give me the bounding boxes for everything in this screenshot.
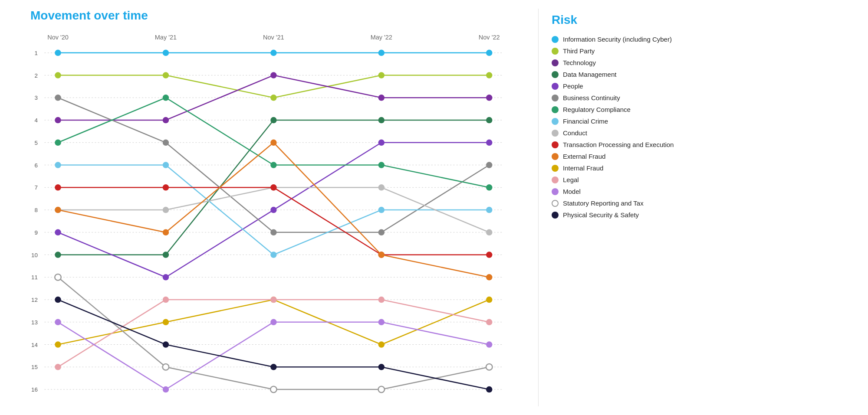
dot-people-2 — [270, 207, 276, 213]
legend-dot-7 — [552, 118, 559, 125]
dot-tp-2 — [270, 95, 276, 101]
chart-title: Movement over time — [13, 9, 525, 23]
dot-sr-1 — [163, 364, 169, 370]
x-label-3: May '22 — [371, 34, 392, 41]
legend-label-11: Internal Fraud — [563, 164, 603, 172]
legend-area: Risk Information Security (including Cyb… — [552, 9, 868, 406]
legend-item-13: Model — [552, 186, 868, 197]
legend-item-3: Data Management — [552, 69, 868, 80]
legend-label-12: Legal — [563, 176, 579, 183]
legend-label-15: Physical Security & Safety — [563, 211, 639, 219]
dot-ps-1 — [163, 341, 169, 347]
main-chart: Nov '20 May '21 Nov '21 May '22 Nov '22 … — [13, 29, 525, 415]
line-stat-reporting — [58, 277, 490, 389]
dot-ef-3 — [378, 252, 385, 258]
legend-dot-5 — [552, 95, 559, 101]
legend-items: Information Security (including Cyber)Th… — [552, 34, 868, 220]
svg-text:10: 10 — [31, 252, 38, 258]
legend-label-6: Regulatory Compliance — [563, 106, 631, 113]
legend-label-7: Financial Crime — [563, 118, 608, 125]
dot-rc-3 — [378, 162, 385, 168]
dot-tp-4 — [486, 72, 492, 78]
legend-dot-10 — [552, 153, 559, 160]
dot-ef-2 — [270, 140, 276, 146]
dot-dm-2 — [270, 117, 276, 123]
dot-model-3 — [378, 319, 385, 325]
dot-ef-4 — [486, 274, 492, 280]
dot-dm-4 — [486, 117, 492, 123]
dot-rc-0 — [55, 140, 61, 146]
dot-conduct-4 — [486, 229, 492, 235]
dot-fc-2 — [270, 252, 276, 258]
legend-dot-1 — [552, 48, 559, 55]
dot-tp-1 — [163, 72, 169, 78]
legend-item-0: Information Security (including Cyber) — [552, 34, 868, 45]
legend-item-15: Physical Security & Safety — [552, 209, 868, 220]
dot-fc-3 — [378, 207, 385, 213]
x-label-4: Nov '22 — [479, 34, 500, 41]
dot-sr-4 — [486, 364, 492, 370]
dot-model-4 — [486, 341, 492, 347]
chart-body: Nov '20 May '21 Nov '21 May '22 Nov '22 … — [13, 29, 525, 415]
dot-tp-3 — [378, 72, 385, 78]
dot-legal-0 — [55, 364, 61, 370]
dot-people-0 — [55, 229, 61, 235]
legend-label-9: Transaction Processing and Execution — [563, 141, 674, 148]
legend-label-5: Business Continuity — [563, 94, 620, 101]
dot-tech-2 — [270, 72, 276, 78]
dot-txn-0 — [55, 184, 61, 190]
dot-legal-2 — [270, 297, 276, 303]
legend-item-2: Technology — [552, 57, 868, 68]
dot-bc-4 — [486, 162, 492, 168]
legend-dot-13 — [552, 188, 559, 195]
x-label-0: Nov '20 — [47, 34, 69, 41]
dot-model-1 — [163, 386, 169, 392]
legend-dot-6 — [552, 106, 559, 113]
legend-dot-14 — [552, 200, 559, 207]
x-label-2: Nov '21 — [263, 34, 284, 41]
dot-rc-1 — [163, 95, 169, 101]
dot-dm-1 — [163, 252, 169, 258]
dot-people-4 — [486, 140, 492, 146]
legend-item-9: Transaction Processing and Execution — [552, 139, 868, 150]
svg-text:13: 13 — [31, 319, 38, 326]
dot-ps-2 — [270, 364, 276, 370]
svg-text:4: 4 — [34, 117, 38, 124]
legend-item-8: Conduct — [552, 127, 868, 138]
svg-text:16: 16 — [31, 386, 38, 393]
legend-label-3: Data Management — [563, 71, 616, 78]
divider — [538, 9, 539, 406]
svg-text:14: 14 — [31, 342, 38, 348]
dot-legal-4 — [486, 319, 492, 325]
legend-item-4: People — [552, 81, 868, 91]
dot-ef-0 — [55, 207, 61, 213]
svg-text:5: 5 — [34, 140, 37, 146]
dot-fc-4 — [486, 207, 492, 213]
svg-text:11: 11 — [31, 274, 38, 281]
svg-text:7: 7 — [34, 184, 37, 191]
legend-item-5: Business Continuity — [552, 92, 868, 103]
dot-tech-4 — [486, 95, 492, 101]
dot-sr-3 — [378, 386, 385, 392]
svg-text:8: 8 — [34, 207, 37, 213]
legend-item-11: Internal Fraud — [552, 163, 868, 173]
dot-ps-3 — [378, 364, 385, 370]
legend-dot-9 — [552, 141, 559, 148]
svg-text:1: 1 — [34, 50, 37, 56]
legend-title: Risk — [552, 13, 868, 27]
dot-if-3 — [378, 341, 385, 347]
svg-text:12: 12 — [31, 297, 38, 303]
legend-dot-3 — [552, 71, 559, 78]
dot-people-3 — [378, 140, 385, 146]
legend-label-8: Conduct — [563, 129, 587, 137]
legend-dot-2 — [552, 59, 559, 66]
legend-dot-0 — [552, 36, 559, 43]
line-third-party — [58, 75, 490, 98]
dot-bc-2 — [270, 229, 276, 235]
dot-tech-1 — [163, 117, 169, 123]
dot-txn-1 — [163, 184, 169, 190]
line-txn-processing — [58, 187, 490, 255]
legend-item-10: External Fraud — [552, 151, 868, 162]
dot-bc-0 — [55, 95, 61, 101]
dot-txn-4 — [486, 252, 492, 258]
